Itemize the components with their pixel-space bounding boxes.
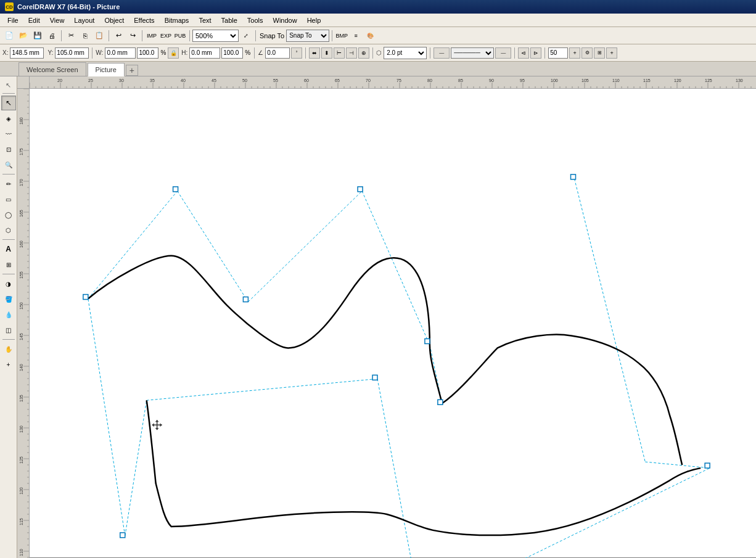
drawing-canvas[interactable]	[30, 89, 756, 558]
tab-picture[interactable]: Picture	[88, 63, 125, 76]
rect-tool[interactable]: ▭	[1, 192, 16, 207]
menu-effects[interactable]: Effects	[129, 15, 159, 25]
pct-label-h: %	[245, 49, 250, 56]
menu-file[interactable]: File	[2, 15, 23, 25]
sep5	[255, 30, 256, 41]
snap-to-select[interactable]: Snap To	[286, 30, 329, 42]
tab-bar: Welcome Screen Picture +	[0, 62, 756, 76]
w-pct-input[interactable]	[137, 47, 158, 59]
x-input[interactable]	[10, 47, 44, 59]
menu-table[interactable]: Table	[216, 15, 242, 25]
extra-button[interactable]: ⊞	[594, 47, 605, 59]
angle-units-button[interactable]: °	[291, 47, 302, 59]
export-button[interactable]: EXP	[159, 29, 173, 43]
zoom-select[interactable]: 500% 400% 200% 100% 75% 50%	[192, 30, 239, 42]
tool-sep-2	[2, 239, 15, 240]
snap-to-label: Snap To	[260, 32, 284, 39]
view-mode-button[interactable]: ≡	[349, 29, 363, 43]
select-tool[interactable]: ↖	[1, 96, 16, 110]
zoom-tool[interactable]: 🔍	[1, 157, 16, 172]
lock-ratio-button[interactable]: 🔒	[168, 47, 179, 59]
bitmap-button[interactable]: BMP	[335, 29, 348, 43]
color-mode-button[interactable]: 🎨	[363, 29, 377, 43]
pan-tool[interactable]: ✋	[1, 342, 16, 356]
tool-sep-4	[2, 339, 15, 340]
tool-sep-top	[2, 93, 15, 94]
curve-tool[interactable]: ✏	[1, 176, 16, 191]
redo-button[interactable]: ↪	[126, 29, 139, 43]
ruler-horizontal	[30, 76, 756, 89]
outline-select[interactable]: 2.0 pt 0.5 pt 1.0 pt 4.0 pt	[384, 47, 427, 59]
options-button[interactable]: ⚙	[581, 47, 593, 59]
node-size-input[interactable]	[548, 47, 568, 59]
save-button[interactable]: 💾	[31, 29, 44, 43]
tab-welcome[interactable]: Welcome Screen	[18, 62, 86, 76]
new-button[interactable]: 📄	[2, 29, 16, 43]
blend-tool[interactable]: ◑	[1, 276, 16, 291]
start-arrow-button[interactable]: ⊲	[518, 47, 529, 59]
more-tools[interactable]: +	[1, 357, 16, 372]
ruler-corner	[17, 76, 30, 89]
ellipse-tool[interactable]: ◯	[1, 207, 16, 222]
w-input[interactable]	[105, 47, 136, 59]
line-style-select[interactable]: ────── - - - -	[451, 47, 494, 59]
sep3	[142, 30, 142, 41]
white-page	[30, 89, 756, 557]
publish-button[interactable]: PUB	[173, 29, 187, 43]
open-button[interactable]: 📂	[17, 29, 30, 43]
menu-window[interactable]: Window	[268, 15, 302, 25]
sep-angle	[305, 47, 306, 59]
sep2	[109, 30, 109, 41]
undo-button[interactable]: ↩	[112, 29, 125, 43]
sep4	[189, 30, 190, 41]
line-style-button[interactable]: —	[433, 47, 450, 59]
sep-coord	[92, 47, 92, 59]
menu-object[interactable]: Object	[99, 15, 129, 25]
menu-help[interactable]: Help	[302, 15, 326, 25]
sep-line	[514, 47, 515, 59]
sep6	[332, 30, 332, 41]
menu-text[interactable]: Text	[194, 15, 216, 25]
sep-dim	[254, 47, 255, 59]
h-pct-input[interactable]	[221, 47, 243, 59]
polygon-tool[interactable]: ⬡	[1, 223, 16, 237]
freeform-tool[interactable]: 〰	[1, 126, 16, 141]
copy-button[interactable]: ⎘	[78, 29, 92, 43]
align-left-button[interactable]: ⊢	[334, 47, 345, 59]
end-arrow-button[interactable]: ⊳	[530, 47, 541, 59]
w-label: W:	[96, 49, 103, 56]
paste-button[interactable]: 📋	[92, 29, 106, 43]
menu-edit[interactable]: Edit	[23, 15, 45, 25]
mirror-h-button[interactable]: ⬌	[309, 47, 320, 59]
canvas-area[interactable]	[17, 76, 756, 558]
ruler-v-canvas	[17, 89, 30, 558]
menu-layout[interactable]: Layout	[69, 15, 99, 25]
h-input[interactable]	[189, 47, 220, 59]
line-end-button[interactable]: —	[495, 47, 511, 59]
fill-tool[interactable]: 🪣	[1, 292, 16, 306]
tab-add-button[interactable]: +	[126, 65, 138, 76]
menu-tools[interactable]: Tools	[242, 15, 268, 25]
node-tool[interactable]: ◈	[1, 111, 16, 126]
node-size-up-button[interactable]: +	[569, 47, 580, 59]
eyedropper-tool[interactable]: 💧	[1, 307, 16, 322]
text-tool[interactable]: A	[1, 242, 16, 256]
cut-button[interactable]: ✂	[64, 29, 78, 43]
plus-button[interactable]: +	[606, 47, 617, 59]
left-toolbox: ↖ ↖ ◈ 〰 ⊡ 🔍 ✏ ▭ ◯ ⬡ A ⊞ ◑ 🪣 💧 ◫ ✋ +	[0, 76, 17, 558]
align-right-button[interactable]: ⊣	[346, 47, 357, 59]
table-tool[interactable]: ⊞	[1, 257, 16, 272]
import-button[interactable]: IMP	[145, 29, 158, 43]
menu-view[interactable]: View	[45, 15, 70, 25]
crop-tool[interactable]: ⊡	[1, 142, 16, 157]
y-input[interactable]	[55, 47, 89, 59]
menu-bitmaps[interactable]: Bitmaps	[160, 15, 194, 25]
ruler-vertical	[17, 89, 30, 558]
mirror-v-button[interactable]: ⬍	[321, 47, 332, 59]
zoom-full-button[interactable]: ⤢	[239, 29, 253, 43]
eraser-tool[interactable]: ◫	[1, 322, 16, 337]
center-h-button[interactable]: ⊕	[358, 47, 369, 59]
angle-input[interactable]	[265, 47, 290, 59]
print-button[interactable]: 🖨	[45, 29, 59, 43]
toolbar1: 📄 📂 💾 🖨 ✂ ⎘ 📋 ↩ ↪ IMP EXP PUB 500% 400% …	[0, 27, 756, 44]
